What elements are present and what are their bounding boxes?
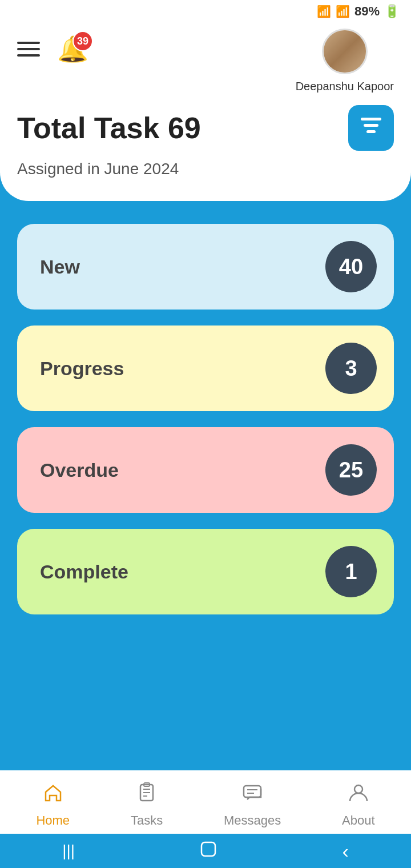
svg-rect-0 (361, 118, 381, 120)
svg-rect-12 (202, 842, 215, 856)
hamburger-line-2 (17, 48, 40, 50)
svg-rect-2 (366, 130, 376, 133)
battery-percentage: 89% (354, 4, 380, 19)
avatar-image (324, 30, 366, 73)
svg-point-11 (354, 785, 362, 793)
profile-area[interactable]: Deepanshu Kapoor (296, 29, 394, 94)
status-bar: 📶 📶 89% 🔋 (0, 0, 411, 23)
page-title: Total Task 69 (17, 111, 201, 145)
nav-label-tasks: Tasks (131, 813, 163, 828)
task-count-new: 40 (325, 241, 377, 292)
recents-icon: ||| (62, 842, 75, 860)
task-label-complete: Complete (40, 561, 128, 583)
about-icon (348, 782, 369, 809)
nav-item-tasks[interactable]: Tasks (119, 782, 174, 828)
nav-label-home: Home (36, 813, 70, 828)
hamburger-line-3 (17, 54, 40, 57)
svg-rect-1 (364, 124, 378, 127)
signal-icon: 📶 (336, 5, 350, 18)
task-card-progress[interactable]: Progress 3 (17, 326, 394, 411)
top-nav: 🔔 39 Deepanshu Kapoor (17, 29, 394, 94)
nav-item-about[interactable]: About (331, 782, 386, 828)
svg-rect-8 (244, 786, 261, 797)
nav-item-messages[interactable]: Messages (212, 782, 292, 828)
task-card-overdue[interactable]: Overdue 25 (17, 427, 394, 513)
nav-left: 🔔 39 (17, 29, 88, 64)
task-label-new: New (40, 256, 80, 278)
task-count-overdue: 25 (325, 444, 377, 496)
nav-label-about: About (342, 813, 375, 828)
recents-button[interactable]: ||| (62, 842, 75, 860)
messages-icon (241, 782, 263, 809)
home-button[interactable] (199, 840, 217, 862)
filter-button[interactable] (348, 105, 394, 151)
notification-button[interactable]: 🔔 39 (57, 34, 88, 64)
tasks-icon (136, 782, 158, 809)
hamburger-menu-button[interactable] (17, 42, 40, 57)
task-card-new[interactable]: New 40 (17, 224, 394, 310)
home-icon (42, 782, 64, 809)
back-button[interactable]: ‹ (342, 840, 349, 862)
hamburger-line-1 (17, 42, 40, 44)
task-card-complete[interactable]: Complete 1 (17, 529, 394, 614)
filter-icon (358, 113, 384, 143)
task-label-progress: Progress (40, 357, 124, 380)
nav-item-home[interactable]: Home (25, 782, 81, 828)
avatar (322, 29, 368, 74)
bottom-nav: Home Tasks Messages (0, 770, 411, 834)
battery-icon: 🔋 (384, 4, 400, 19)
task-count-progress: 3 (325, 343, 377, 394)
nav-label-messages: Messages (224, 813, 281, 828)
home-sys-icon (199, 840, 217, 862)
system-nav: ||| ‹ (0, 834, 411, 868)
header-area: 🔔 39 Deepanshu Kapoor Total Task 69 Assi… (0, 23, 411, 201)
back-icon: ‹ (342, 840, 349, 862)
title-row: Total Task 69 (17, 105, 394, 151)
notification-badge: 39 (72, 31, 93, 51)
main-content: New 40 Progress 3 Overdue 25 Complete 1 (0, 201, 411, 722)
task-label-overdue: Overdue (40, 459, 119, 481)
task-count-complete: 1 (325, 546, 377, 597)
bottom-spacer (17, 630, 394, 705)
subtitle: Assigned in June 2024 (17, 160, 394, 178)
wifi-icon: 📶 (317, 5, 331, 18)
profile-name: Deepanshu Kapoor (296, 79, 394, 94)
